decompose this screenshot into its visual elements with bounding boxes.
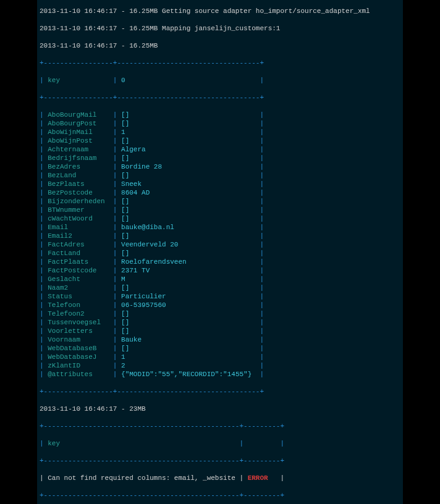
table-border: +---------------------------------------…: [40, 422, 400, 430]
table-body: | AboBourgMail | [] || AboBourgPost | []…: [40, 111, 400, 379]
table-row: | Achternaam | Algera |: [40, 145, 400, 154]
log-line: 2013-11-10 16:46:17 - 23MB: [40, 405, 400, 413]
terminal-window: shell — bash — 84×48 paales at paul in ~…: [37, 0, 403, 504]
log-line: 2013-11-10 16:46:17 - 16.25MB Getting so…: [40, 7, 400, 15]
table-row: | BezAdres | Bordine 28 |: [40, 162, 400, 171]
table-row: | BezLand | [] |: [40, 171, 400, 180]
log-line: 2013-11-10 16:46:17 - 16.25MB Mapping ja…: [40, 24, 400, 33]
table-row: | Telefoon2 | [] |: [40, 309, 400, 318]
table-row: | Tussenvoegsel | [] |: [40, 318, 400, 327]
table-border: +-----------------+---------------------…: [40, 387, 400, 396]
table-row: | Telefoon | 06-53957560 |: [40, 301, 400, 309]
table-row: | Naam2 | [] |: [40, 284, 400, 292]
table-row: | cWachtWoord | [] |: [40, 214, 400, 223]
table-row: | FactPostcode | 2371 TV |: [40, 266, 400, 275]
table-row: | Voorletters | [] |: [40, 327, 400, 335]
log-line: 2013-11-10 16:46:17 - 16.25MB: [40, 41, 400, 50]
table-row: | BezPostcode | 8604 AD |: [40, 188, 400, 197]
table-row: | AboWijnPost | [] |: [40, 136, 400, 145]
table-row: | AboWijnMail | 1 |: [40, 128, 400, 136]
table-header: | key | |: [40, 439, 400, 448]
error-row: | Can not find required columns: email, …: [40, 474, 400, 482]
table-row: | AboBourgMail | [] |: [40, 111, 400, 119]
table-row: | Bijzonderheden | [] |: [40, 197, 400, 206]
table-row: | FactAdres | Veenderveld 20 |: [40, 240, 400, 249]
table-row: | BezPlaats | Sneek |: [40, 180, 400, 188]
table-row: | FactPlaats | Roelofarendsveen |: [40, 258, 400, 266]
table-row: | @attributes | {"MODID":"55","RECORDID"…: [40, 370, 400, 379]
table-border: +-----------------+---------------------…: [40, 59, 400, 67]
table-border: +---------------------------------------…: [40, 491, 400, 500]
table-row: | Voornaam | Bauke |: [40, 335, 400, 344]
table-row: | Status | Particulier |: [40, 292, 400, 301]
terminal-body[interactable]: paales at paul in ~/Sites/janselijn.nl/s…: [37, 0, 403, 504]
table-border: +---------------------------------------…: [40, 456, 400, 465]
table-row: | BTWnummer | [] |: [40, 206, 400, 214]
table-row: | FactLand | [] |: [40, 249, 400, 258]
table-row: | AboBourgPost | [] |: [40, 119, 400, 128]
table-row: | Geslacht | M |: [40, 275, 400, 284]
table-row: | Email2 | [] |: [40, 232, 400, 240]
table-row: | WebDatabaseB | [] |: [40, 344, 400, 353]
table-row: | Email | bauke@diba.nl |: [40, 223, 400, 232]
table-border: +-----------------+---------------------…: [40, 93, 400, 102]
table-header: | key | 0 |: [40, 76, 400, 85]
table-row: | zKlantID | 2 |: [40, 361, 400, 370]
table-row: | Bedrijfsnaam | [] |: [40, 154, 400, 162]
table-row: | WebDatabaseJ | 1 |: [40, 353, 400, 361]
